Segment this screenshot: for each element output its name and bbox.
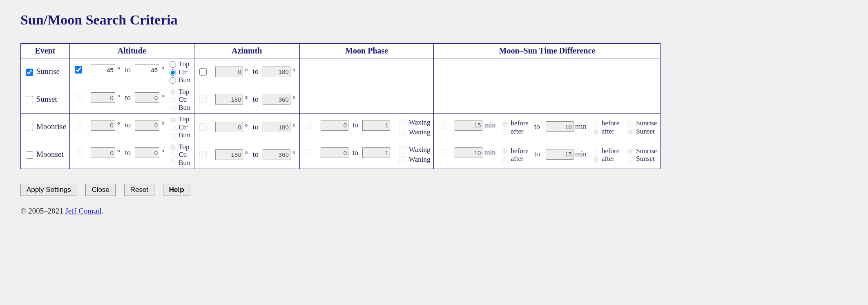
moonset-timediff-lo-after-radio[interactable] bbox=[502, 156, 508, 163]
sunrise-enable-checkbox[interactable] bbox=[26, 69, 33, 76]
degree-label: ° bbox=[117, 149, 120, 157]
sunrise-altitude-hi-input[interactable] bbox=[135, 65, 159, 75]
moonrise-timediff-enable-checkbox[interactable] bbox=[439, 122, 446, 129]
copyright-prefix: © 2005–2021 bbox=[20, 207, 65, 215]
moonset-timediff-enable-checkbox[interactable] bbox=[439, 149, 446, 156]
moonset-timediff-ref-sunrise-radio[interactable] bbox=[627, 148, 634, 155]
moonset-timediff-lo-before-radio[interactable] bbox=[502, 148, 508, 155]
sunrise-limb-ctr-radio[interactable] bbox=[170, 69, 176, 76]
moonrise-altitude-hi-input[interactable] bbox=[135, 120, 159, 131]
sunrise-limb-btm-radio[interactable] bbox=[170, 77, 176, 84]
moonset-limb-group: TopCtrBtm bbox=[167, 143, 190, 167]
sunset-limb-btm-radio[interactable] bbox=[170, 105, 176, 111]
moonset-phase-lo-input[interactable] bbox=[321, 147, 348, 158]
sunrise-limb-top-radio[interactable] bbox=[170, 61, 176, 68]
sunrise-altitude-cell: °to°TopCtrBtm bbox=[69, 58, 194, 86]
moonrise-limb-group: TopCtrBtm bbox=[167, 115, 190, 139]
degree-label: ° bbox=[292, 67, 295, 76]
moonset-timediff-lo-input[interactable] bbox=[455, 147, 482, 158]
moonrise-waxing-checkbox[interactable] bbox=[399, 119, 406, 126]
moonrise-timediff-hi-rel-group: beforeafter bbox=[591, 119, 619, 135]
to-label: to bbox=[253, 67, 259, 76]
limb-top-label: Top bbox=[179, 88, 189, 96]
sunrise-altitude-enable-checkbox[interactable] bbox=[75, 66, 82, 73]
moonset-limb-top-radio[interactable] bbox=[170, 144, 176, 151]
moonrise-azimuth-hi-input[interactable] bbox=[263, 122, 290, 132]
degree-label: ° bbox=[245, 150, 248, 159]
moonset-timediff-hi-input[interactable] bbox=[546, 149, 573, 160]
sunset-altitude-lo-input[interactable] bbox=[91, 92, 115, 103]
moonset-limb-ctr-radio[interactable] bbox=[170, 152, 176, 159]
limb-btm-label: Btm bbox=[179, 76, 190, 84]
moonrise-timediff-ref-sunset-radio[interactable] bbox=[627, 129, 634, 135]
after-label: after bbox=[602, 155, 614, 163]
moonset-azimuth-enable-checkbox[interactable] bbox=[199, 151, 207, 158]
sunset-altitude-hi-input[interactable] bbox=[135, 92, 159, 103]
close-button[interactable]: Close bbox=[85, 184, 115, 196]
moonrise-limb-btm-radio[interactable] bbox=[170, 133, 176, 139]
moonrise-limb-ctr-radio[interactable] bbox=[170, 125, 176, 131]
moonset-altitude-cell: °to°TopCtrBtm bbox=[69, 141, 194, 169]
moonrise-timediff-hi-input[interactable] bbox=[546, 121, 573, 132]
moonrise-phase-lo-input[interactable] bbox=[321, 120, 348, 131]
sunrise-azimuth-hi-input[interactable] bbox=[263, 67, 290, 77]
moonset-altitude-lo-input[interactable] bbox=[91, 147, 115, 158]
sunset-limb-ctr-radio[interactable] bbox=[170, 97, 176, 103]
sunrise-azimuth-enable-checkbox[interactable] bbox=[199, 68, 207, 76]
moonset-timediff-hi-before-radio[interactable] bbox=[593, 148, 599, 155]
moonset-phase-hi-input[interactable] bbox=[362, 147, 390, 158]
moonrise-timediff-lo-input[interactable] bbox=[455, 120, 482, 131]
sunset-azimuth-enable-checkbox[interactable] bbox=[199, 96, 207, 103]
to-label: to bbox=[125, 149, 131, 157]
page-title: Sun/Moon Search Criteria bbox=[20, 12, 848, 28]
moonset-altitude-enable-checkbox[interactable] bbox=[75, 149, 82, 156]
moonset-waning-checkbox[interactable] bbox=[399, 156, 406, 163]
moonset-timediff-ref-sunset-radio[interactable] bbox=[627, 156, 634, 163]
moonrise-timediff-hi-after-radio[interactable] bbox=[593, 129, 599, 135]
limb-btm-label: Btm bbox=[179, 104, 190, 112]
moonrise-azimuth-lo-input[interactable] bbox=[215, 122, 243, 132]
apply-settings-button[interactable]: Apply Settings bbox=[20, 184, 77, 196]
moonset-altitude-hi-input[interactable] bbox=[135, 147, 159, 158]
sunset-limb-top-radio[interactable] bbox=[170, 89, 176, 96]
moonrise-timediff-lo-before-radio[interactable] bbox=[502, 120, 508, 127]
min-label: min bbox=[484, 149, 495, 157]
moonrise-enable-checkbox[interactable] bbox=[26, 124, 33, 131]
sunset-altitude-enable-checkbox[interactable] bbox=[75, 94, 82, 101]
moonrise-phase-cell: toWaxingWaning bbox=[299, 114, 433, 141]
sunrise-azimuth-lo-input[interactable] bbox=[215, 67, 243, 77]
moonrise-label: Moonrise bbox=[36, 122, 66, 131]
sunrise-label: Sunrise bbox=[636, 119, 657, 127]
moonset-phase-enable-checkbox[interactable] bbox=[305, 149, 312, 156]
copyright-link[interactable]: Jeff Conrad bbox=[65, 207, 101, 215]
moonrise-azimuth-enable-checkbox[interactable] bbox=[199, 123, 207, 131]
moonset-timediff-hi-after-radio[interactable] bbox=[593, 156, 599, 163]
moonset-limb-btm-radio[interactable] bbox=[170, 160, 176, 167]
moonset-waxing-checkbox[interactable] bbox=[399, 146, 406, 154]
sunset-azimuth-lo-input[interactable] bbox=[215, 94, 243, 105]
help-button[interactable]: Help bbox=[163, 184, 190, 196]
moonrise-phase-hi-input[interactable] bbox=[362, 120, 390, 131]
moonrise-altitude-enable-checkbox[interactable] bbox=[75, 122, 82, 129]
moonrise-timediff-lo-after-radio[interactable] bbox=[502, 129, 508, 135]
sunset-enable-checkbox[interactable] bbox=[26, 96, 33, 103]
limb-ctr-label: Ctr bbox=[179, 68, 187, 76]
moonrise-timediff-ref-group: SunriseSunset bbox=[625, 119, 657, 135]
moonrise-timediff-hi-before-radio[interactable] bbox=[593, 120, 599, 127]
sunrise-altitude-lo-input[interactable] bbox=[91, 65, 115, 75]
degree-label: ° bbox=[245, 123, 248, 131]
limb-ctr-label: Ctr bbox=[179, 123, 187, 131]
moonrise-phase-enable-checkbox[interactable] bbox=[305, 122, 312, 129]
moonrise-limb-top-radio[interactable] bbox=[170, 117, 176, 123]
moonset-enable-checkbox[interactable] bbox=[26, 151, 33, 159]
degree-label: ° bbox=[292, 123, 295, 131]
sunset-azimuth-hi-input[interactable] bbox=[263, 94, 290, 105]
moonrise-altitude-lo-input[interactable] bbox=[91, 120, 115, 131]
to-label: to bbox=[125, 121, 131, 129]
moonset-phase-type-group: WaxingWaning bbox=[397, 145, 430, 165]
moonrise-waning-checkbox[interactable] bbox=[399, 129, 406, 136]
reset-button[interactable]: Reset bbox=[124, 184, 154, 196]
moonrise-timediff-ref-sunrise-radio[interactable] bbox=[627, 120, 634, 127]
moonset-azimuth-hi-input[interactable] bbox=[263, 149, 290, 160]
moonset-azimuth-lo-input[interactable] bbox=[215, 149, 243, 160]
